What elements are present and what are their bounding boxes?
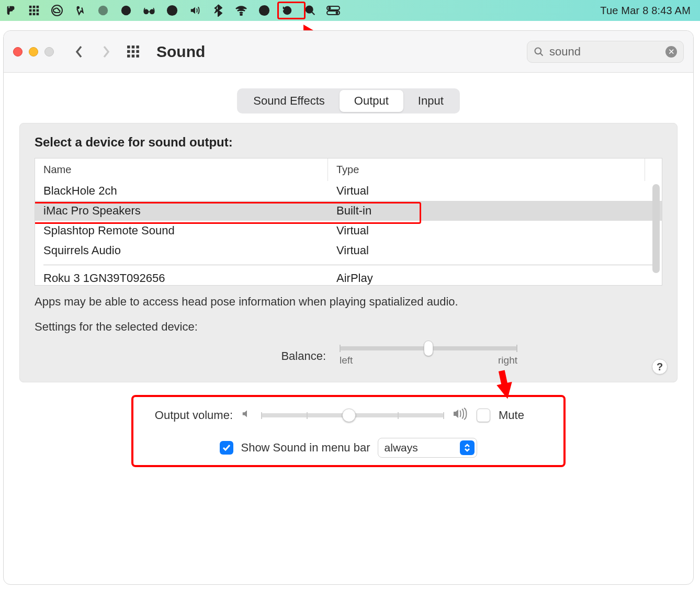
target-icon[interactable]	[96, 4, 110, 17]
show-in-menubar-row: Show Sound in menu bar always	[144, 438, 553, 458]
col-type[interactable]: Type	[328, 158, 645, 181]
svg-rect-4	[33, 9, 36, 12]
select-stepper-icon	[460, 440, 475, 455]
sound-icon[interactable]	[188, 4, 202, 17]
svg-point-20	[172, 7, 173, 9]
svg-rect-35	[132, 50, 134, 52]
balance-left-label: left	[340, 355, 353, 366]
svg-rect-6	[29, 13, 32, 16]
window-titlebar: Sound sound ✕	[4, 31, 693, 73]
output-panel: Select a device for sound output: Name T…	[19, 123, 678, 382]
svg-rect-38	[132, 54, 134, 57]
table-separator	[43, 265, 653, 265]
show-in-menubar-label: Show Sound in menu bar	[241, 441, 370, 455]
clear-search-button[interactable]: ✕	[665, 46, 677, 58]
sound-tabs: Sound Effects Output Input	[237, 88, 460, 114]
user-icon[interactable]	[257, 4, 271, 17]
balance-slider-knob[interactable]	[424, 341, 433, 356]
forward-button[interactable]	[97, 42, 116, 61]
svg-rect-39	[136, 54, 139, 57]
mute-label: Mute	[499, 409, 524, 422]
back-button[interactable]	[70, 42, 88, 61]
wifi-icon[interactable]	[234, 4, 248, 17]
search-field[interactable]: sound ✕	[527, 41, 684, 63]
balance-right-label: right	[498, 355, 517, 366]
svg-rect-7	[33, 13, 36, 16]
device-table: Name Type BlackHole 2ch Virtual iMac Pro…	[35, 158, 662, 286]
svg-rect-36	[136, 50, 139, 52]
window-title: Sound	[156, 43, 205, 61]
minimize-button[interactable]	[29, 47, 38, 56]
scrollbar[interactable]	[652, 184, 660, 273]
svg-point-29	[336, 12, 338, 14]
svg-line-25	[312, 12, 315, 15]
app-grid-icon[interactable]	[27, 4, 41, 17]
glasses-icon[interactable]	[142, 4, 156, 17]
settings-label: Settings for the selected device:	[20, 320, 677, 346]
macos-menubar: Tue Mar 8 8:43 AM	[0, 0, 700, 21]
preferences-window: Sound sound ✕ Sound Effects Output Input…	[3, 30, 694, 585]
svg-point-24	[306, 6, 313, 13]
output-volume-slider[interactable]	[261, 413, 444, 417]
svg-rect-37	[127, 54, 130, 57]
svg-point-40	[535, 48, 541, 54]
keychain-icon[interactable]	[119, 4, 133, 17]
table-header: Name Type	[35, 158, 662, 181]
mute-checkbox[interactable]	[477, 409, 490, 422]
col-name[interactable]: Name	[35, 158, 328, 181]
accessibility-icon[interactable]	[165, 4, 179, 17]
svg-point-12	[101, 8, 105, 12]
svg-rect-33	[136, 46, 139, 48]
svg-point-21	[241, 14, 242, 16]
timemachine-icon[interactable]	[280, 4, 294, 17]
table-row[interactable]: Roku 3 1GN39T092656 AirPlay	[35, 268, 662, 286]
svg-point-27	[329, 7, 331, 9]
balance-slider[interactable]	[340, 346, 517, 350]
svg-point-23	[263, 8, 266, 11]
svg-line-41	[540, 53, 543, 55]
spatial-audio-note: Apps may be able to access head pose inf…	[20, 286, 677, 320]
table-body[interactable]: BlackHole 2ch Virtual iMac Pro Speakers …	[35, 181, 662, 286]
volume-section: Output volume: Mute Show Sound in menu b…	[131, 395, 566, 467]
svg-rect-31	[127, 46, 130, 48]
table-row[interactable]: BlackHole 2ch Virtual	[35, 181, 662, 201]
show-in-menubar-select[interactable]: always	[378, 438, 477, 458]
volume-slider-knob[interactable]	[342, 409, 356, 422]
output-volume-label: Output volume:	[144, 409, 233, 422]
tab-sound-effects[interactable]: Sound Effects	[239, 90, 340, 112]
tab-input[interactable]: Input	[403, 90, 458, 112]
bluetooth-icon[interactable]	[211, 4, 225, 17]
svg-rect-1	[33, 6, 36, 8]
svg-rect-0	[29, 6, 32, 8]
menubar-datetime[interactable]: Tue Mar 8 8:43 AM	[600, 5, 696, 17]
panel-body: Sound Effects Output Input Select a devi…	[4, 73, 693, 584]
svg-rect-2	[37, 6, 39, 8]
evernote-icon[interactable]	[4, 4, 18, 17]
splashtop-icon[interactable]	[73, 4, 87, 17]
search-value: sound	[549, 45, 581, 59]
table-row[interactable]: iMac Pro Speakers Built-in	[35, 201, 662, 221]
search-icon	[534, 47, 544, 57]
svg-rect-32	[132, 46, 134, 48]
table-row[interactable]: Squirrels Audio Virtual	[35, 241, 662, 260]
col-spacer	[645, 158, 662, 181]
table-row[interactable]: Splashtop Remote Sound Virtual	[35, 221, 662, 241]
svg-point-18	[150, 9, 154, 14]
volume-min-icon	[241, 408, 253, 423]
close-button[interactable]	[13, 47, 22, 56]
balance-label: Balance:	[179, 349, 326, 363]
svg-point-17	[144, 9, 148, 14]
creative-cloud-icon[interactable]	[50, 4, 64, 17]
svg-rect-3	[29, 9, 32, 12]
show-all-button[interactable]	[124, 42, 143, 61]
control-center-icon[interactable]	[326, 4, 340, 17]
help-button[interactable]: ?	[652, 359, 668, 375]
volume-max-icon	[453, 407, 468, 423]
balance-control: Balance: left right	[20, 346, 677, 366]
zoom-button[interactable]	[44, 47, 54, 56]
show-in-menubar-checkbox[interactable]	[220, 441, 233, 455]
tab-output[interactable]: Output	[340, 90, 403, 112]
spotlight-icon[interactable]	[303, 4, 317, 17]
output-volume-row: Output volume: Mute	[144, 407, 553, 423]
svg-rect-5	[37, 9, 39, 12]
